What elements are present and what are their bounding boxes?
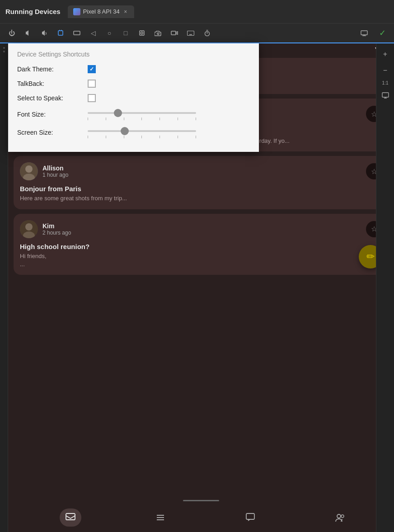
- screen-size-track[interactable]: [88, 130, 196, 132]
- email-preview-kim-ellipsis: ...: [20, 260, 382, 268]
- tick: [196, 136, 196, 138]
- video-btn[interactable]: [167, 26, 182, 40]
- title-bar: Running Devices Pixel 8 API 34 ×: [0, 0, 394, 24]
- dark-theme-checkbox[interactable]: [88, 65, 96, 73]
- font-size-ticks: [88, 118, 196, 120]
- svg-point-41: [337, 514, 341, 518]
- tick: [88, 118, 88, 120]
- email-subject-kim: High school reunion?: [20, 243, 382, 250]
- timer-btn[interactable]: [200, 26, 214, 40]
- svg-point-31: [25, 165, 33, 173]
- screen-size-thumb[interactable]: [121, 127, 129, 135]
- talkback-label: TalkBack:: [17, 80, 80, 87]
- nav-list[interactable]: [150, 508, 171, 527]
- toolbar: ⏻ ◁ ○ □ ✓: [0, 24, 394, 43]
- tick: [106, 118, 106, 120]
- tick: [141, 118, 142, 120]
- sender-time-kim: 2 hours ago: [42, 230, 361, 236]
- dark-theme-row: Dark Theme:: [17, 65, 250, 73]
- email-preview-kim: Hi friends,: [20, 252, 382, 260]
- email-preview-allison: Here are some great shots from my trip..…: [20, 194, 382, 202]
- svg-rect-0: [58, 31, 63, 35]
- screenshot-btn[interactable]: [135, 26, 149, 40]
- svg-rect-21: [361, 31, 367, 35]
- power-btn[interactable]: ⏻: [5, 26, 19, 40]
- main-layout: Device Settings Shortcuts Dark Theme: Ta…: [0, 43, 394, 532]
- avatar-kim: [20, 220, 38, 238]
- sender-time-allison: 1 hour ago: [42, 172, 361, 178]
- avatar-allison: [20, 162, 38, 180]
- ratio-label: 1:1: [382, 80, 389, 85]
- select-to-speak-checkbox[interactable]: [88, 94, 96, 102]
- talkback-row: TalkBack:: [17, 80, 250, 88]
- svg-rect-40: [246, 513, 254, 519]
- svg-point-6: [157, 33, 159, 34]
- tick: [159, 136, 160, 138]
- tick: [196, 118, 196, 120]
- avatar-kim-image: [20, 220, 38, 238]
- screen-size-label: Screen Size:: [17, 129, 80, 136]
- sidebar-dot: [3, 47, 5, 49]
- keyboard-btn[interactable]: [183, 26, 198, 40]
- camera-btn[interactable]: [151, 26, 165, 40]
- font-size-track[interactable]: [88, 112, 196, 114]
- nav-contacts[interactable]: [329, 508, 351, 527]
- tab-device-icon: [73, 8, 80, 15]
- verify-btn[interactable]: ✓: [375, 26, 389, 40]
- tab-label: Pixel 8 API 34: [83, 8, 120, 15]
- sender-info-kim: Kim 2 hours ago: [42, 222, 361, 236]
- overview-btn[interactable]: □: [118, 26, 133, 40]
- svg-rect-3: [74, 31, 80, 35]
- sender-name-allison: Allison: [42, 165, 361, 172]
- device-tab[interactable]: Pixel 8 API 34 ×: [68, 5, 134, 18]
- email-card-header-allison: Allison 1 hour ago ☆: [20, 162, 382, 180]
- talkback-checkbox[interactable]: [88, 80, 96, 88]
- left-sidebar: [0, 43, 8, 532]
- screen-size-ticks: [88, 136, 196, 138]
- back-btn[interactable]: ◁: [86, 26, 100, 40]
- email-card-allison[interactable]: Allison 1 hour ago ☆ Bonjour from Paris …: [14, 156, 389, 209]
- bottom-nav: [16, 503, 394, 532]
- nav-inbox[interactable]: [60, 508, 81, 527]
- tick: [178, 136, 178, 138]
- select-to-speak-row: Select to Speak:: [17, 94, 250, 102]
- volume-down-btn[interactable]: [21, 26, 35, 40]
- volume-up-btn[interactable]: [37, 26, 52, 40]
- svg-point-5: [141, 32, 143, 34]
- rotate-btn[interactable]: [53, 26, 68, 40]
- tick: [124, 136, 124, 138]
- sender-info-allison: Allison 1 hour ago: [42, 165, 361, 178]
- email-card-header-kim: Kim 2 hours ago ☆: [20, 220, 382, 238]
- sidebar-dot: [3, 51, 5, 52]
- nav-chat[interactable]: [239, 508, 261, 527]
- select-to-speak-label: Select to Speak:: [17, 94, 80, 102]
- display-settings-btn[interactable]: [357, 26, 371, 40]
- app-title: Running Devices: [5, 8, 61, 15]
- tab-close-btn[interactable]: ×: [122, 9, 129, 15]
- minus-btn[interactable]: −: [379, 64, 392, 77]
- tick: [124, 118, 124, 120]
- dark-theme-label: Dark Theme:: [17, 66, 80, 73]
- tick: [159, 118, 160, 120]
- landscape-btn[interactable]: [70, 26, 84, 40]
- svg-point-42: [341, 515, 344, 518]
- toolbar-right: ✓: [357, 26, 389, 40]
- font-size-row: Font Size:: [17, 108, 250, 120]
- sender-name-kim: Kim: [42, 222, 361, 230]
- svg-rect-43: [382, 93, 389, 97]
- svg-rect-4: [140, 31, 144, 35]
- screen-size-row: Screen Size:: [17, 127, 250, 138]
- add-btn[interactable]: +: [379, 48, 392, 61]
- device-settings-panel: Device Settings Shortcuts Dark Theme: Ta…: [8, 43, 259, 152]
- font-size-label: Font Size:: [17, 111, 80, 118]
- home-btn[interactable]: ○: [102, 26, 117, 40]
- scroll-indicator: [183, 500, 219, 501]
- font-size-thumb[interactable]: [114, 109, 122, 117]
- svg-rect-7: [171, 31, 176, 35]
- tick: [88, 136, 88, 138]
- screen-capture-btn[interactable]: [379, 89, 392, 102]
- svg-point-34: [25, 223, 33, 231]
- tick: [178, 118, 178, 120]
- email-card-kim[interactable]: Kim 2 hours ago ☆ High school reunion? H…: [14, 214, 389, 275]
- avatar-allison-image: [20, 162, 38, 180]
